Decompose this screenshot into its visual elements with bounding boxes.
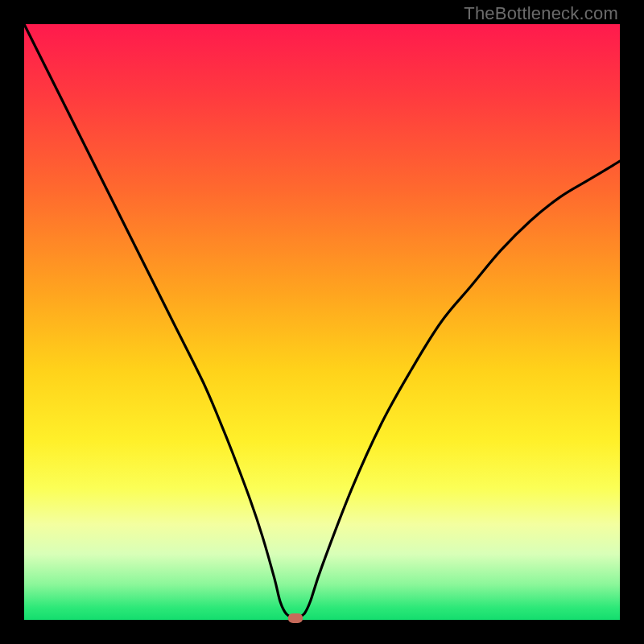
minimum-marker — [288, 613, 303, 623]
plot-area — [24, 24, 620, 620]
chart-frame: TheBottleneck.com — [0, 0, 644, 644]
watermark-text: TheBottleneck.com — [464, 3, 618, 24]
bottleneck-curve — [24, 24, 620, 620]
